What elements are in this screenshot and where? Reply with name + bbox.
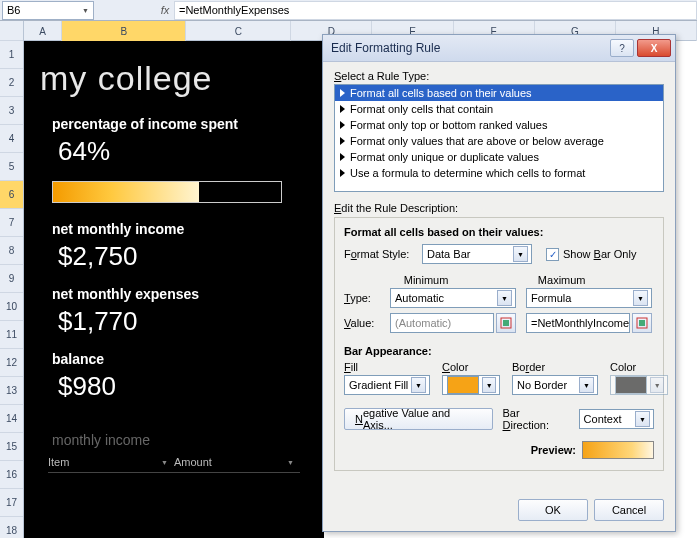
column-header[interactable]: C <box>186 21 291 41</box>
close-icon: X <box>651 43 658 54</box>
border-dropdown[interactable]: No Border ▼ <box>512 375 598 395</box>
rule-type-list[interactable]: Format all cells based on their values F… <box>334 84 664 192</box>
dropdown-text: Context <box>584 413 632 425</box>
pct-value: 64% <box>58 136 312 167</box>
chevron-down-icon: ▼ <box>513 246 528 262</box>
row-header[interactable]: 11 <box>0 321 23 349</box>
help-icon: ? <box>619 43 625 54</box>
row-header[interactable]: 18 <box>0 517 23 538</box>
rule-type-text: Use a formula to determine which cells t… <box>350 167 585 179</box>
table-header-row: Item▼ Amount▼ <box>48 454 300 473</box>
max-value-input[interactable]: =NetMonthlyIncome <box>526 313 630 333</box>
cancel-button[interactable]: Cancel <box>594 499 664 521</box>
triangle-icon <box>340 121 345 129</box>
color-swatch-icon <box>447 376 479 394</box>
rule-type-text: Format only cells that contain <box>350 103 493 115</box>
rule-type-item[interactable]: Format only top or bottom ranked values <box>335 117 663 133</box>
input-text: =NetMonthlyIncome <box>531 317 629 329</box>
rule-type-text: Format all cells based on their values <box>350 87 532 99</box>
row-header[interactable]: 7 <box>0 209 23 237</box>
fill-label: Fill <box>344 361 430 373</box>
chevron-down-icon: ▼ <box>579 377 594 393</box>
border-label: Border <box>512 361 598 373</box>
border-color-label: Color <box>610 361 668 373</box>
row-header[interactable]: 13 <box>0 377 23 405</box>
color-swatch-icon <box>615 376 647 394</box>
min-value-input[interactable]: (Automatic) <box>390 313 494 333</box>
select-all-cell[interactable] <box>0 21 23 41</box>
th-text: Item <box>48 456 69 468</box>
fx-icon[interactable]: fx <box>156 4 174 16</box>
edit-description-label: Edit the Rule Description: <box>334 202 664 214</box>
chevron-down-icon: ▼ <box>635 411 650 427</box>
input-text: (Automatic) <box>395 317 451 329</box>
th-text: Amount <box>174 456 212 468</box>
row-header[interactable]: 14 <box>0 405 23 433</box>
row-header[interactable]: 1 <box>0 41 23 69</box>
column-header[interactable]: B <box>62 21 186 41</box>
ok-button[interactable]: OK <box>518 499 588 521</box>
chevron-down-icon[interactable]: ▼ <box>82 7 89 14</box>
table-header-amount[interactable]: Amount▼ <box>174 454 300 473</box>
row-headers: 1 2 3 4 5 6 7 8 9 10 11 12 13 14 15 16 1… <box>0 21 24 538</box>
type-label: Type: <box>344 292 390 304</box>
help-button[interactable]: ? <box>610 39 634 57</box>
data-bar-cell[interactable] <box>52 181 282 203</box>
chevron-down-icon: ▼ <box>650 377 664 393</box>
show-bar-only-checkbox[interactable]: ✓ <box>546 248 559 261</box>
color-label: Color <box>442 361 500 373</box>
rule-type-item[interactable]: Use a formula to determine which cells t… <box>335 165 663 181</box>
row-header[interactable]: 3 <box>0 97 23 125</box>
bar-direction-dropdown[interactable]: Context ▼ <box>579 409 654 429</box>
negative-value-axis-button[interactable]: Negative Value and Axis... <box>344 408 493 430</box>
rule-type-item[interactable]: Format all cells based on their values <box>335 85 663 101</box>
bar-appearance-label: Bar Appearance: <box>344 345 654 357</box>
row-header[interactable]: 2 <box>0 69 23 97</box>
row-header[interactable]: 17 <box>0 489 23 517</box>
border-color-dropdown: ▼ <box>610 375 668 395</box>
dropdown-text: Automatic <box>395 292 494 304</box>
row-header[interactable]: 9 <box>0 265 23 293</box>
dialog-titlebar[interactable]: Edit Formatting Rule ? X <box>323 35 675 62</box>
row-header[interactable]: 4 <box>0 125 23 153</box>
row-header[interactable]: 5 <box>0 153 23 181</box>
chevron-down-icon: ▼ <box>411 377 426 393</box>
dropdown-text: No Border <box>517 379 576 391</box>
format-heading: Format all cells based on their values: <box>344 226 654 238</box>
formula-input[interactable]: =NetMonthlyExpenses <box>174 1 697 20</box>
rule-type-item[interactable]: Format only values that are above or bel… <box>335 133 663 149</box>
range-select-button[interactable] <box>496 313 516 333</box>
max-type-dropdown[interactable]: Formula ▼ <box>526 288 652 308</box>
fill-color-dropdown[interactable]: ▼ <box>442 375 500 395</box>
show-bar-only-label: Show Bar Only <box>563 248 636 260</box>
rule-description-box: Format all cells based on their values: … <box>334 217 664 471</box>
select-rule-type-label: Select a Rule Type: <box>334 70 664 82</box>
bar-direction-label: Bar Direction: <box>503 407 569 431</box>
svg-rect-1 <box>503 320 509 326</box>
row-header[interactable]: 12 <box>0 349 23 377</box>
row-header[interactable]: 16 <box>0 461 23 489</box>
chevron-down-icon[interactable]: ▼ <box>161 459 168 466</box>
rule-type-item[interactable]: Format only unique or duplicate values <box>335 149 663 165</box>
format-style-dropdown[interactable]: Data Bar ▼ <box>422 244 532 264</box>
column-header[interactable]: A <box>24 21 62 41</box>
preview-bar <box>582 441 654 459</box>
chevron-down-icon[interactable]: ▼ <box>287 459 294 466</box>
min-type-dropdown[interactable]: Automatic ▼ <box>390 288 516 308</box>
format-style-label: Format Style: <box>344 248 422 260</box>
row-header[interactable]: 6 <box>0 181 23 209</box>
nme-value: $1,770 <box>58 306 312 337</box>
row-header[interactable]: 10 <box>0 293 23 321</box>
row-header[interactable]: 15 <box>0 433 23 461</box>
value-label: Value: <box>344 317 390 329</box>
budget-panel: my college percentage of income spent 64… <box>24 41 324 538</box>
fill-dropdown[interactable]: Gradient Fill ▼ <box>344 375 430 395</box>
rule-type-item[interactable]: Format only cells that contain <box>335 101 663 117</box>
formula-text: =NetMonthlyExpenses <box>179 4 289 16</box>
range-select-button[interactable] <box>632 313 652 333</box>
dialog-title: Edit Formatting Rule <box>331 41 440 55</box>
name-box[interactable]: B6 ▼ <box>2 1 94 20</box>
table-header-item[interactable]: Item▼ <box>48 454 174 473</box>
close-button[interactable]: X <box>637 39 671 57</box>
row-header[interactable]: 8 <box>0 237 23 265</box>
